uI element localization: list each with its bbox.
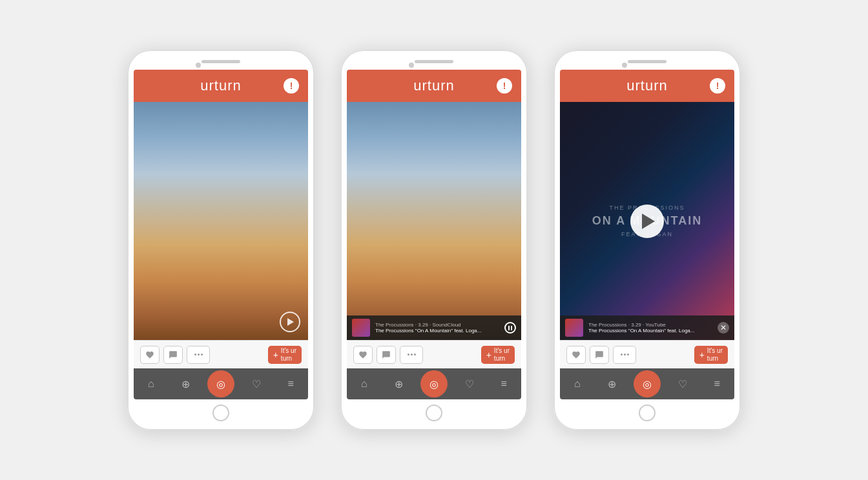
more-button-1[interactable] <box>187 346 210 364</box>
content-area-1 <box>134 102 308 340</box>
comment-icon-3 <box>595 350 604 359</box>
content-area-2: The Procussions · 3.29 · SoundCloud The … <box>347 102 521 340</box>
nav-home-3[interactable]: ⌂ <box>564 371 590 397</box>
nav-heart-2[interactable]: ♡ <box>457 371 482 397</box>
camera-icon-3: ◎ <box>643 378 652 390</box>
home-button-1[interactable] <box>212 405 229 421</box>
cta-button-2[interactable]: + It's ur turn <box>481 346 515 364</box>
phone-screen-2: urturn ! The Procussions · 3.29 · SoundC… <box>347 70 521 399</box>
music-thumb-3 <box>565 319 583 337</box>
nav-camera-1[interactable]: ◎ <box>207 370 234 397</box>
comment-button-3[interactable] <box>590 346 609 364</box>
like-button-2[interactable] <box>353 346 373 364</box>
nav-camera-2[interactable]: ◎ <box>420 370 448 397</box>
music-subtitle-3: The Procussions "On A Mountain" feat. Lo… <box>588 328 712 334</box>
list-icon-3: ≡ <box>714 378 720 390</box>
video-play-button-3[interactable] <box>630 205 664 238</box>
app-logo-3: urturn <box>626 77 667 94</box>
action-bar-1: + It's ur turn <box>134 340 308 368</box>
phone-1: urturn ! <box>127 50 315 430</box>
alert-icon-2[interactable]: ! <box>497 78 512 94</box>
content-area-3: THE PROCUSSIONS ON A MOUNTAIN FEAT. LOGA… <box>560 102 734 340</box>
nav-heart-3[interactable]: ♡ <box>670 371 696 397</box>
app-logo-1: urturn <box>200 77 241 94</box>
heart-nav-icon-1: ♡ <box>252 378 261 390</box>
phone-camera-3 <box>622 63 627 68</box>
cta-plus-1: + <box>273 350 278 360</box>
play-triangle-1 <box>287 318 294 326</box>
nav-list-2[interactable]: ≡ <box>491 371 517 397</box>
heart-icon-1 <box>145 350 154 359</box>
nav-bar-1: ⌂ ⊕ ◎ ♡ ≡ <box>134 368 308 399</box>
music-bar-3[interactable]: The Procussions · 3.29 · YouTube The Pro… <box>560 315 734 340</box>
action-bar-2: + It's ur turn <box>347 340 521 368</box>
music-info-3: The Procussions · 3.29 · YouTube The Pro… <box>588 322 712 334</box>
camera-icon-2: ◎ <box>429 378 439 390</box>
camera-icon-1: ◎ <box>216 378 225 390</box>
home-button-2[interactable] <box>426 405 442 421</box>
video-play-triangle-3 <box>642 214 655 229</box>
comment-icon-2 <box>382 350 391 359</box>
nav-list-1[interactable]: ≡ <box>278 371 304 397</box>
cta-plus-3: + <box>699 350 705 360</box>
music-thumb-2 <box>352 319 370 337</box>
cta-text-3: It's ur turn <box>707 347 723 363</box>
nav-bar-2: ⌂ ⊕ ◎ ♡ ≡ <box>347 368 521 399</box>
list-icon-1: ≡ <box>288 378 294 390</box>
nav-search-3[interactable]: ⊕ <box>599 371 625 397</box>
app-logo-2: urturn <box>413 77 454 94</box>
comment-icon-1 <box>169 350 178 359</box>
alert-icon-1[interactable]: ! <box>284 78 299 94</box>
close-button-3[interactable]: ✕ <box>718 322 729 334</box>
music-bar-2[interactable]: The Procussions · 3.29 · SoundCloud The … <box>347 315 521 340</box>
heart-nav-icon-3: ♡ <box>678 378 687 390</box>
like-button-3[interactable] <box>566 346 586 364</box>
comment-button-2[interactable] <box>377 346 396 364</box>
video-overlay-3: THE PROCUSSIONS ON A MOUNTAIN FEAT. LOGA… <box>560 102 734 340</box>
action-bar-3: + It's ur turn <box>560 340 734 368</box>
cta-plus-2: + <box>486 350 491 360</box>
cta-text-2: It's ur turn <box>494 347 510 363</box>
search-icon-3: ⊕ <box>608 378 616 390</box>
like-button-1[interactable] <box>140 346 160 364</box>
heart-icon-2 <box>358 350 367 359</box>
nav-search-1[interactable]: ⊕ <box>172 371 198 397</box>
heart-nav-icon-2: ♡ <box>465 378 474 390</box>
search-icon-1: ⊕ <box>181 378 190 390</box>
heart-icon-3 <box>572 350 581 359</box>
home-icon-1: ⌂ <box>148 378 154 390</box>
pause-button-2[interactable] <box>504 322 516 334</box>
nav-heart-1[interactable]: ♡ <box>243 371 269 397</box>
phone-screen-1: urturn ! <box>134 70 308 399</box>
phones-container: urturn ! <box>127 50 741 430</box>
cta-button-1[interactable]: + It's ur turn <box>268 346 302 364</box>
nav-bar-3: ⌂ ⊕ ◎ ♡ ≡ <box>560 368 734 399</box>
more-button-3[interactable] <box>613 346 636 364</box>
nav-home-2[interactable]: ⌂ <box>351 371 377 397</box>
alert-icon-3[interactable]: ! <box>710 78 725 94</box>
home-icon-2: ⌂ <box>361 378 367 390</box>
home-button-3[interactable] <box>639 405 656 421</box>
sunset-bg-2 <box>347 102 521 340</box>
more-button-2[interactable] <box>400 346 423 364</box>
search-icon-2: ⊕ <box>395 378 403 390</box>
comment-button-1[interactable] <box>163 346 183 364</box>
phone-camera-2 <box>409 63 414 68</box>
app-header-3: urturn ! <box>560 70 734 102</box>
list-icon-2: ≡ <box>501 378 507 390</box>
nav-home-1[interactable]: ⌂ <box>138 371 164 397</box>
phone-speaker-2 <box>415 60 453 63</box>
phone-2: urturn ! The Procussions · 3.29 · SoundC… <box>340 50 528 430</box>
nav-camera-3[interactable]: ◎ <box>634 370 661 397</box>
nav-search-2[interactable]: ⊕ <box>386 371 411 397</box>
phone-speaker-3 <box>628 60 666 63</box>
sunset-bg-1 <box>134 102 308 340</box>
cta-button-3[interactable]: + It's ur turn <box>694 346 728 364</box>
nav-list-3[interactable]: ≡ <box>704 371 730 397</box>
cta-text-1: It's ur turn <box>281 347 296 363</box>
app-header-1: urturn ! <box>134 70 308 102</box>
phone-screen-3: urturn ! THE PROCUSSIONS ON A MOUNTAIN F… <box>560 70 734 399</box>
music-title-2: The Procussions · 3.29 · SoundCloud <box>375 322 499 328</box>
music-subtitle-2: The Procussions "On A Mountain" feat. Lo… <box>375 328 499 334</box>
play-button-1[interactable] <box>280 312 300 332</box>
